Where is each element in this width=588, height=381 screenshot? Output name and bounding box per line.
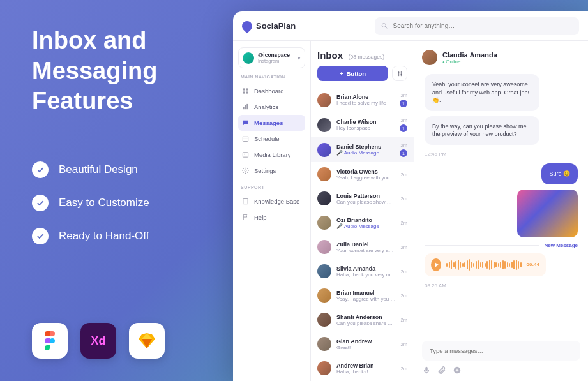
thread-item[interactable]: Daniel Stephens🎤 Audio Message2m1: [311, 137, 414, 162]
nav-dashboard[interactable]: Dashboard: [238, 83, 305, 99]
promo-panel: Inbox and Messaging Features Beautiful D…: [32, 26, 223, 261]
thread-avatar: [317, 167, 331, 181]
brand-logo-icon: [240, 19, 255, 33]
nav-settings[interactable]: Settings: [238, 163, 305, 179]
filter-button[interactable]: [392, 66, 407, 81]
compose-button[interactable]: + Button: [317, 66, 388, 81]
thread-item[interactable]: Gian AndrewGreat!2m: [311, 332, 414, 356]
svg-rect-4: [246, 88, 248, 90]
svg-rect-5: [243, 91, 245, 93]
chat-icon: [242, 119, 249, 126]
thread-item[interactable]: Zulia DanielYour iconset are very a…2m: [311, 235, 414, 259]
thread-preview: I need to solve my life: [336, 100, 395, 106]
sketch-icon: [129, 323, 165, 359]
feature-list: Beautiful Design Easy to Customize Ready…: [32, 161, 223, 244]
play-icon[interactable]: [431, 258, 441, 271]
voice-message[interactable]: 00:44: [425, 253, 546, 276]
thread-time: 2m: [401, 117, 407, 123]
thread-item[interactable]: Ozi Briandito🎤 Audio Message2m: [311, 211, 414, 235]
thread-preview: 🎤 Audio Message: [336, 223, 396, 229]
unread-badge: 1: [400, 100, 407, 107]
thread-name: Andrew Brian: [336, 362, 396, 369]
chat-column: Claudia Amanda Online Yeah, your iconset…: [414, 41, 588, 381]
thread-avatar: [317, 240, 331, 254]
message-timestamp: 12:46 PM: [425, 151, 578, 157]
thread-time: 2m: [401, 269, 407, 274]
svg-point-0: [50, 338, 55, 343]
image-icon: [242, 151, 249, 158]
thread-item[interactable]: Charlie WilsonHey Iconspace2m1: [311, 112, 414, 137]
thread-name: Victoria Owens: [336, 168, 396, 175]
svg-rect-9: [246, 104, 248, 109]
svg-rect-20: [425, 367, 428, 371]
nav-analytics[interactable]: Analytics: [238, 99, 305, 115]
nav-knowledge[interactable]: Knowledge Base: [238, 193, 305, 209]
nav-schedule[interactable]: Schedule: [238, 131, 305, 147]
message-input[interactable]: [422, 341, 580, 361]
global-search[interactable]: [375, 17, 579, 35]
search-input[interactable]: [393, 22, 573, 29]
thread-avatar: [317, 313, 331, 327]
composer: [414, 334, 588, 381]
thread-preview: Haha, thank you very m…: [336, 272, 396, 278]
thread-name: Daniel Stephens: [336, 144, 395, 150]
thread-name: Gian Andrew: [336, 338, 396, 345]
xd-icon: Xd: [80, 323, 116, 359]
voice-duration: 00:44: [527, 262, 539, 267]
chat-partner-name: Claudia Amanda: [442, 51, 497, 59]
attachment-icon[interactable]: [437, 366, 446, 375]
thread-item[interactable]: Brian AloneI need to solve my life2m1: [311, 87, 414, 112]
chat-header: Claudia Amanda Online: [414, 41, 588, 71]
thread-preview: Yeay, I aggree with you abou…: [336, 296, 396, 302]
message-incoming: By the way, can you please show me the p…: [425, 116, 539, 145]
thread-item[interactable]: Louis PattersonCan you please show m…2m: [311, 186, 414, 211]
app-window: SociaPlan @iconspace Instagram ▾ MAIN NA…: [233, 11, 588, 381]
image-attachment[interactable]: [517, 190, 578, 237]
thread-time: 2m: [401, 341, 407, 347]
thread-item[interactable]: Andrew BrianHaha, thanks!2m: [311, 356, 414, 380]
inbox-column: Inbox (98 messages) + Button Brian Alone…: [311, 41, 414, 381]
gear-icon: [242, 167, 249, 174]
account-avatar: [243, 52, 254, 64]
thread-preview: Hey Iconspace: [336, 125, 395, 131]
nav-messages[interactable]: Messages: [238, 115, 305, 131]
thread-name: Ozi Briandito: [336, 217, 396, 223]
figma-icon: [32, 323, 68, 359]
thread-preview: Yeah, I aggree with you: [336, 175, 396, 181]
thread-name: Brian Alone: [336, 94, 395, 100]
plus-icon: +: [340, 70, 343, 77]
flag-icon: [242, 214, 249, 221]
svg-point-14: [245, 170, 246, 172]
thread-preview: Your iconset are very a…: [336, 248, 396, 253]
chat-status: Online: [442, 59, 497, 64]
chart-icon: [242, 103, 249, 110]
waveform: [446, 259, 522, 271]
thread-item[interactable]: Silvia AmandaHaha, thank you very m…2m: [311, 259, 414, 283]
sliders-icon: [396, 70, 403, 77]
thread-item[interactable]: Shanti AndersonCan you please share m…2m: [311, 308, 414, 332]
feature-item: Beautiful Design: [32, 161, 223, 178]
thread-avatar: [317, 337, 331, 351]
account-switcher[interactable]: @iconspace Instagram ▾: [238, 47, 305, 68]
svg-point-18: [398, 72, 399, 73]
inbox-title: Inbox: [317, 50, 343, 61]
thread-item[interactable]: Victoria OwensYeah, I aggree with you2m: [311, 162, 414, 186]
nav-media[interactable]: Media Library: [238, 147, 305, 163]
svg-point-1: [382, 24, 386, 27]
thread-preview: Great!: [336, 345, 396, 350]
promo-title: Inbox and Messaging Features: [32, 26, 223, 117]
mic-icon[interactable]: [422, 366, 431, 375]
nav-help[interactable]: Help: [238, 209, 305, 225]
chat-body: Yeah, your iconset are very awesome and …: [414, 71, 588, 334]
thread-avatar: [317, 288, 331, 303]
grid-icon: [242, 87, 249, 94]
add-icon[interactable]: [453, 366, 462, 375]
thread-preview: Can you please show m…: [336, 199, 396, 205]
brand: SociaPlan: [242, 21, 296, 31]
unread-badge: 1: [400, 124, 407, 132]
inbox-count: (98 messages): [349, 54, 384, 60]
svg-point-13: [244, 154, 245, 155]
thread-item[interactable]: Brian ImanuelYeay, I aggree with you abo…: [311, 283, 414, 308]
thread-avatar: [317, 143, 331, 157]
thread-avatar: [317, 191, 331, 205]
